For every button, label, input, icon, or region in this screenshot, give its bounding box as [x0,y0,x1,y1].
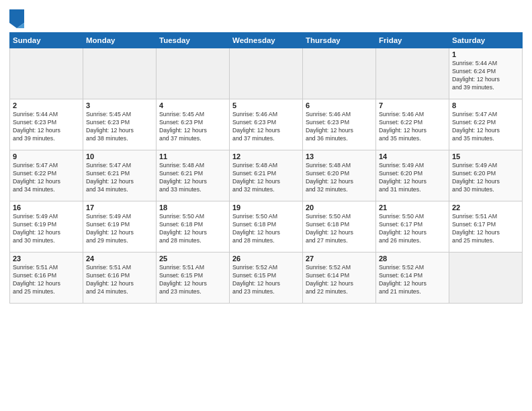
day-detail: Sunrise: 5:49 AM Sunset: 6:20 PM Dayligh… [452,162,519,194]
day-cell: 10Sunrise: 5:47 AM Sunset: 6:21 PM Dayli… [83,150,157,201]
day-cell [376,48,449,99]
day-cell [157,48,230,99]
day-number: 28 [379,255,446,263]
day-number: 8 [452,101,519,109]
day-number: 1 [452,50,519,58]
calendar-table: Sunday Monday Tuesday Wednesday Thursday… [9,32,523,304]
day-cell: 1Sunrise: 5:44 AM Sunset: 6:24 PM Daylig… [449,48,523,99]
day-detail: Sunrise: 5:50 AM Sunset: 6:17 PM Dayligh… [379,213,446,245]
day-cell: 14Sunrise: 5:49 AM Sunset: 6:20 PM Dayli… [376,150,449,201]
day-detail: Sunrise: 5:46 AM Sunset: 6:22 PM Dayligh… [379,111,446,143]
page: Sunday Monday Tuesday Wednesday Thursday… [0,0,532,411]
week-row-4: 23Sunrise: 5:51 AM Sunset: 6:16 PM Dayli… [10,253,523,304]
day-number: 16 [13,203,80,212]
week-row-0: 1Sunrise: 5:44 AM Sunset: 6:24 PM Daylig… [10,48,523,99]
day-detail: Sunrise: 5:47 AM Sunset: 6:21 PM Dayligh… [86,162,153,194]
day-number: 21 [379,203,446,212]
day-number: 19 [232,203,300,212]
day-number: 22 [452,203,519,212]
day-cell: 17Sunrise: 5:49 AM Sunset: 6:19 PM Dayli… [83,201,157,253]
day-detail: Sunrise: 5:51 AM Sunset: 6:16 PM Dayligh… [86,264,153,296]
day-number: 20 [306,203,373,212]
day-detail: Sunrise: 5:51 AM Sunset: 6:15 PM Dayligh… [159,264,226,296]
col-friday: Friday [376,33,449,48]
day-cell: 25Sunrise: 5:51 AM Sunset: 6:15 PM Dayli… [157,253,230,304]
day-detail: Sunrise: 5:44 AM Sunset: 6:24 PM Dayligh… [452,60,519,92]
day-cell [10,48,83,99]
day-cell [83,48,157,99]
day-detail: Sunrise: 5:45 AM Sunset: 6:23 PM Dayligh… [159,111,226,143]
col-sunday: Sunday [10,33,83,48]
day-cell: 12Sunrise: 5:48 AM Sunset: 6:21 PM Dayli… [230,150,303,201]
day-detail: Sunrise: 5:48 AM Sunset: 6:20 PM Dayligh… [306,162,373,194]
day-cell: 20Sunrise: 5:50 AM Sunset: 6:18 PM Dayli… [303,201,376,253]
day-number: 10 [86,152,153,161]
day-detail: Sunrise: 5:46 AM Sunset: 6:23 PM Dayligh… [232,111,300,143]
day-detail: Sunrise: 5:52 AM Sunset: 6:14 PM Dayligh… [379,264,446,296]
day-detail: Sunrise: 5:51 AM Sunset: 6:16 PM Dayligh… [13,264,80,296]
logo-icon [9,9,24,28]
day-number: 27 [306,255,373,263]
week-row-2: 9Sunrise: 5:47 AM Sunset: 6:22 PM Daylig… [10,150,523,201]
day-number: 14 [379,152,446,161]
day-number: 24 [86,255,153,263]
day-cell: 18Sunrise: 5:50 AM Sunset: 6:18 PM Dayli… [157,201,230,253]
day-cell: 15Sunrise: 5:49 AM Sunset: 6:20 PM Dayli… [449,150,523,201]
day-number: 12 [232,152,300,161]
day-cell: 16Sunrise: 5:49 AM Sunset: 6:19 PM Dayli… [10,201,83,253]
day-detail: Sunrise: 5:47 AM Sunset: 6:22 PM Dayligh… [13,162,80,194]
day-detail: Sunrise: 5:46 AM Sunset: 6:23 PM Dayligh… [306,111,373,143]
day-number: 3 [86,101,153,109]
day-cell: 22Sunrise: 5:51 AM Sunset: 6:17 PM Dayli… [449,201,523,253]
day-detail: Sunrise: 5:47 AM Sunset: 6:22 PM Dayligh… [452,111,519,143]
day-cell: 8Sunrise: 5:47 AM Sunset: 6:22 PM Daylig… [449,99,523,150]
day-number: 26 [232,255,300,263]
day-cell: 21Sunrise: 5:50 AM Sunset: 6:17 PM Dayli… [376,201,449,253]
day-cell: 2Sunrise: 5:44 AM Sunset: 6:23 PM Daylig… [10,99,83,150]
day-cell: 9Sunrise: 5:47 AM Sunset: 6:22 PM Daylig… [10,150,83,201]
day-detail: Sunrise: 5:50 AM Sunset: 6:18 PM Dayligh… [306,213,373,245]
day-detail: Sunrise: 5:52 AM Sunset: 6:15 PM Dayligh… [232,264,300,296]
day-number: 18 [159,203,226,212]
col-thursday: Thursday [303,33,376,48]
day-detail: Sunrise: 5:50 AM Sunset: 6:18 PM Dayligh… [232,213,300,245]
col-wednesday: Wednesday [230,33,303,48]
week-row-1: 2Sunrise: 5:44 AM Sunset: 6:23 PM Daylig… [10,99,523,150]
day-cell: 13Sunrise: 5:48 AM Sunset: 6:20 PM Dayli… [303,150,376,201]
day-number: 6 [306,101,373,109]
day-number: 13 [306,152,373,161]
day-detail: Sunrise: 5:45 AM Sunset: 6:23 PM Dayligh… [86,111,153,143]
day-detail: Sunrise: 5:44 AM Sunset: 6:23 PM Dayligh… [13,111,80,143]
logo [9,9,26,28]
day-number: 2 [13,101,80,109]
day-cell [449,253,523,304]
day-cell [230,48,303,99]
day-number: 25 [159,255,226,263]
day-detail: Sunrise: 5:48 AM Sunset: 6:21 PM Dayligh… [232,162,300,194]
day-detail: Sunrise: 5:50 AM Sunset: 6:18 PM Dayligh… [159,213,226,245]
header-row: Sunday Monday Tuesday Wednesday Thursday… [10,33,523,48]
day-detail: Sunrise: 5:51 AM Sunset: 6:17 PM Dayligh… [452,213,519,245]
day-number: 9 [13,152,80,161]
col-tuesday: Tuesday [157,33,230,48]
day-cell: 27Sunrise: 5:52 AM Sunset: 6:14 PM Dayli… [303,253,376,304]
day-cell: 7Sunrise: 5:46 AM Sunset: 6:22 PM Daylig… [376,99,449,150]
day-number: 11 [159,152,226,161]
col-monday: Monday [83,33,157,48]
day-number: 15 [452,152,519,161]
day-detail: Sunrise: 5:52 AM Sunset: 6:14 PM Dayligh… [306,264,373,296]
week-row-3: 16Sunrise: 5:49 AM Sunset: 6:19 PM Dayli… [10,201,523,253]
day-cell: 6Sunrise: 5:46 AM Sunset: 6:23 PM Daylig… [303,99,376,150]
day-cell: 28Sunrise: 5:52 AM Sunset: 6:14 PM Dayli… [376,253,449,304]
day-number: 5 [232,101,300,109]
day-detail: Sunrise: 5:48 AM Sunset: 6:21 PM Dayligh… [159,162,226,194]
day-number: 17 [86,203,153,212]
day-cell: 23Sunrise: 5:51 AM Sunset: 6:16 PM Dayli… [10,253,83,304]
day-detail: Sunrise: 5:49 AM Sunset: 6:20 PM Dayligh… [379,162,446,194]
header [9,7,523,28]
day-cell: 26Sunrise: 5:52 AM Sunset: 6:15 PM Dayli… [230,253,303,304]
day-detail: Sunrise: 5:49 AM Sunset: 6:19 PM Dayligh… [86,213,153,245]
day-cell: 5Sunrise: 5:46 AM Sunset: 6:23 PM Daylig… [230,99,303,150]
day-cell: 4Sunrise: 5:45 AM Sunset: 6:23 PM Daylig… [157,99,230,150]
day-cell: 11Sunrise: 5:48 AM Sunset: 6:21 PM Dayli… [157,150,230,201]
